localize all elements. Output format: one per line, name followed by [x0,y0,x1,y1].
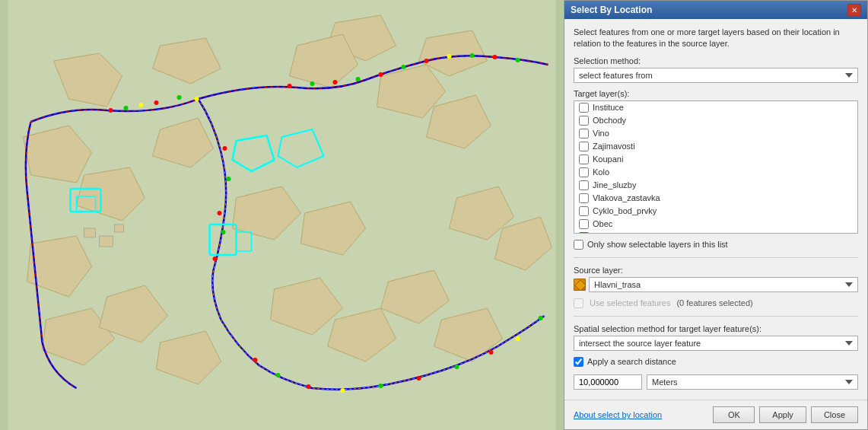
svg-point-51 [253,358,258,362]
svg-point-29 [109,108,113,113]
layer-item: Vino [574,127,857,140]
svg-point-31 [223,146,227,151]
about-link[interactable]: About select by location [574,410,662,419]
spatial-method-dropdown[interactable]: intersect the source layer feature [574,336,858,351]
close-button[interactable]: Close [811,406,858,423]
layer-item: Obec [574,218,857,231]
layer-name[interactable]: Instituce [593,103,624,112]
layer-checkbox[interactable] [579,154,589,164]
layer-name[interactable]: Jine_sluzby [593,180,636,190]
svg-point-30 [154,100,159,105]
svg-point-52 [276,373,281,377]
layer-checkbox[interactable] [579,116,589,126]
layer-name[interactable]: vt_znojems [593,232,635,234]
apply-search-distance-label[interactable]: Apply a search distance [587,357,676,366]
source-layer-group: Source layer: Hlavni_trasa [574,266,858,292]
target-layers-label: Target layer(s): [574,89,858,98]
svg-point-57 [455,365,459,369]
layer-name[interactable]: Zajimavosti [593,142,635,151]
svg-point-46 [424,59,429,63]
svg-point-42 [333,80,338,84]
layer-name[interactable]: Obchody [593,116,626,125]
use-selected-row: Use selected features (0 features select… [574,298,858,308]
svg-point-43 [356,77,361,81]
source-layer-row: Hlavni_trasa [574,277,858,292]
units-dropdown[interactable]: Meters Kilometers Miles Feet [647,374,858,390]
svg-rect-62 [100,236,113,247]
svg-point-40 [288,84,292,88]
layer-checkbox[interactable] [579,167,589,177]
source-layer-label: Source layer: [574,266,858,275]
svg-rect-63 [115,225,124,232]
layer-item: vt_znojems [574,231,857,234]
selection-method-label: Selection method: [574,56,858,65]
layer-name[interactable]: Cyklo_bod_prvky [593,206,657,215]
svg-point-59 [516,336,520,341]
svg-point-49 [493,55,498,59]
layer-checkbox[interactable] [579,193,589,203]
layer-checkbox[interactable] [579,142,589,151]
description-text: Select features from one or more target … [574,27,858,50]
svg-point-38 [139,103,144,107]
selection-method-group: Selection method: select features from [574,56,858,83]
apply-search-distance-checkbox[interactable] [574,357,583,367]
svg-point-39 [195,97,199,101]
target-layers-list[interactable]: InstituceObchodyVinoZajimavostiKoupaniKo… [574,100,858,234]
spatial-method-label: Spatial selection method for target laye… [574,324,858,333]
only-selectable-checkbox[interactable] [574,240,583,250]
layer-item: Cyklo_bod_prvky [574,205,857,218]
layer-checkbox[interactable] [579,180,589,190]
svg-point-33 [213,256,218,261]
layer-checkbox[interactable] [579,129,589,139]
layer-item: Vlakova_zastavka [574,192,857,205]
svg-point-44 [379,72,383,77]
search-distance-row: Meters Kilometers Miles Feet [574,374,858,390]
layer-item: Kolo [574,166,857,179]
layer-name[interactable]: Vlakova_zastavka [593,193,660,202]
dialog-footer: About select by location OK Apply Close [564,400,867,429]
use-selected-label: Use selected features [590,298,670,307]
layer-item: Instituce [574,101,857,114]
source-layer-dropdown[interactable]: Hlavni_trasa [589,277,858,292]
only-selectable-label[interactable]: Only show selectable layers in this list [587,240,728,249]
title-bar-close-button[interactable]: ✕ [847,4,861,16]
svg-rect-61 [84,228,96,237]
svg-marker-64 [575,280,586,291]
spatial-method-group: Spatial selection method for target laye… [574,324,858,351]
svg-point-35 [177,95,182,100]
svg-point-50 [516,58,520,62]
source-layer-icon [574,279,586,291]
layer-item: Zajimavosti [574,140,857,153]
dialog-title: Select By Location [571,5,652,15]
map-area [0,0,564,430]
svg-point-32 [218,211,222,215]
svg-point-55 [379,384,383,388]
svg-point-45 [402,65,406,69]
layer-name[interactable]: Kolo [593,167,609,177]
layer-item: Jine_sluzby [574,179,857,192]
svg-point-54 [341,388,345,393]
layer-item: Obchody [574,114,857,127]
features-count: (0 features selected) [676,298,752,307]
search-distance-input[interactable] [574,374,642,390]
svg-point-34 [124,106,129,110]
layer-name[interactable]: Obec [593,219,612,228]
svg-point-53 [307,384,311,389]
layer-item: Koupani [574,153,857,166]
selection-method-dropdown[interactable]: select features from [574,68,858,83]
svg-point-41 [310,81,315,86]
svg-point-56 [417,376,421,381]
layer-checkbox[interactable] [579,103,589,113]
layer-checkbox[interactable] [579,206,589,216]
target-layers-group: Target layer(s): InstituceObchodyVinoZaj… [574,89,858,234]
only-selectable-row: Only show selectable layers in this list [574,240,858,250]
layer-name[interactable]: Vino [593,129,609,138]
select-by-location-dialog: Select By Location ✕ Select features fro… [564,0,868,430]
use-selected-checkbox[interactable] [574,298,583,308]
apply-button[interactable]: Apply [759,406,806,423]
layer-checkbox[interactable] [579,219,589,229]
svg-point-47 [447,54,452,59]
ok-button[interactable]: OK [713,406,755,423]
layer-checkbox[interactable] [579,232,589,234]
layer-name[interactable]: Koupani [593,154,623,164]
